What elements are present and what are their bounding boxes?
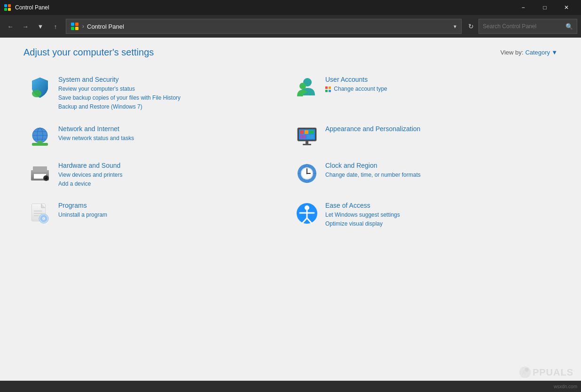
ease-of-access-text: Ease of Access Let Windows suggest setti… [325,202,553,228]
search-input[interactable] [483,23,563,30]
recent-locations-button[interactable]: ▼ [34,20,47,33]
status-bar: wsxdn.com [0,381,581,392]
svg-rect-0 [4,4,7,7]
system-security-title[interactable]: System and Security [58,76,286,83]
window-title: Control Panel [15,4,49,11]
system-security-link-3[interactable]: Backup and Restore (Windows 7) [58,102,286,111]
back-button[interactable]: ← [4,20,17,33]
forward-button[interactable]: → [19,20,32,33]
programs-title[interactable]: Programs [58,202,286,209]
programs-link-1[interactable]: Uninstall a program [58,211,286,220]
clock-region-title[interactable]: Clock and Region [325,162,553,169]
svg-rect-11 [325,86,328,89]
page-title-row: Adjust your computer's settings View by:… [14,47,567,58]
appuals-icon: A [518,366,532,379]
watermark: A PPUALS [518,366,573,379]
user-accounts-text: User Accounts Change account type [325,76,553,94]
network-internet-text: Network and Internet View network status… [58,125,286,143]
svg-rect-13 [325,90,328,92]
category-clock-region[interactable]: Clock and Region Change date, time, or n… [290,155,557,195]
refresh-button[interactable]: ↻ [465,22,477,31]
view-by-value-text: Category [525,49,550,56]
page-title: Adjust your computer's settings [24,47,154,58]
view-by-dropdown[interactable]: Category ▼ [525,49,557,56]
svg-rect-30 [303,144,311,145]
ease-of-access-link-1[interactable]: Let Windows suggest settings [325,211,553,220]
clock-region-link-1[interactable]: Change date, time, or number formats [325,171,553,180]
svg-rect-14 [329,90,331,92]
svg-rect-28 [307,135,314,139]
svg-rect-24 [300,130,304,134]
wsxdn-watermark: wsxdn.com [554,384,577,389]
svg-rect-21 [38,141,42,144]
control-panel-app-icon [4,4,11,11]
address-separator: › [82,23,84,30]
system-security-text: System and Security Review your computer… [58,76,286,112]
svg-rect-5 [75,23,79,26]
appuals-logo: A PPUALS [518,366,573,379]
network-internet-link-1[interactable]: View network status and tasks [58,134,286,143]
svg-rect-26 [309,130,314,134]
svg-point-64 [525,368,529,372]
nav-bar: ← → ▼ ↑ › Control Panel ▼ ↻ 🔍 [0,15,581,38]
user-accounts-link-1[interactable]: Change account type [325,85,553,94]
view-by-chevron-icon: ▼ [551,49,557,56]
svg-rect-33 [33,166,47,172]
appearance-title[interactable]: Appearance and Personalization [325,125,553,133]
up-button[interactable]: ↑ [49,20,62,33]
ease-of-access-link-2[interactable]: Optimize visual display [325,220,553,228]
clock-region-icon [295,162,319,185]
appearance-icon [295,125,319,149]
svg-rect-6 [71,27,74,30]
svg-rect-3 [8,8,11,11]
view-by-label: View by: [500,49,523,56]
title-bar-left: Control Panel [4,4,49,11]
title-bar: Control Panel − □ ✕ [0,0,581,15]
category-system-security[interactable]: System and Security Review your computer… [24,69,290,118]
network-internet-title[interactable]: Network and Internet [58,125,286,133]
category-network-internet[interactable]: Network and Internet View network status… [24,118,290,155]
svg-point-8 [32,90,41,97]
category-hardware-sound[interactable]: Hardware and Sound View devices and prin… [24,155,290,195]
svg-point-10 [299,83,306,89]
maximize-button[interactable]: □ [534,0,556,15]
hardware-sound-icon [28,162,52,185]
main-content: Adjust your computer's settings View by:… [0,38,581,381]
category-user-accounts[interactable]: User Accounts Change account type [290,69,557,118]
hardware-sound-link-2[interactable]: Add a device [58,180,286,188]
svg-rect-25 [305,130,308,134]
clock-region-text: Clock and Region Change date, time, or n… [325,162,553,180]
category-programs[interactable]: Programs Uninstall a program [24,195,290,235]
user-accounts-icon [295,76,319,99]
category-ease-of-access[interactable]: Ease of Access Let Windows suggest setti… [290,195,557,235]
svg-rect-27 [300,135,306,139]
network-internet-icon [28,125,52,149]
search-box[interactable]: 🔍 [479,19,577,34]
user-accounts-title[interactable]: User Accounts [325,76,553,83]
ease-of-access-title[interactable]: Ease of Access [325,202,553,209]
system-security-link-1[interactable]: Review your computer's status [58,85,286,94]
svg-rect-2 [4,8,7,11]
minimize-button[interactable]: − [512,0,534,15]
programs-text: Programs Uninstall a program [58,202,286,220]
category-appearance[interactable]: Appearance and Personalization [290,118,557,155]
address-path: Control Panel [87,23,450,30]
system-security-link-2[interactable]: Save backup copies of your files with Fi… [58,94,286,102]
svg-point-38 [45,177,46,178]
hardware-sound-text: Hardware and Sound View devices and prin… [58,162,286,188]
svg-rect-4 [71,23,74,26]
svg-rect-29 [306,141,308,144]
svg-rect-7 [75,27,79,30]
hardware-sound-title[interactable]: Hardware and Sound [58,162,286,169]
appearance-text: Appearance and Personalization [325,125,553,134]
hardware-sound-link-1[interactable]: View devices and printers [58,171,286,180]
close-button[interactable]: ✕ [556,0,577,15]
svg-point-55 [43,218,45,219]
svg-point-46 [306,172,308,174]
search-icon[interactable]: 🔍 [565,23,573,30]
ease-of-access-icon [295,202,319,225]
categories-grid: System and Security Review your computer… [14,69,567,235]
address-bar[interactable]: › Control Panel ▼ [66,19,462,34]
view-by: View by: Category ▼ [500,49,557,56]
address-dropdown-icon[interactable]: ▼ [453,24,457,29]
